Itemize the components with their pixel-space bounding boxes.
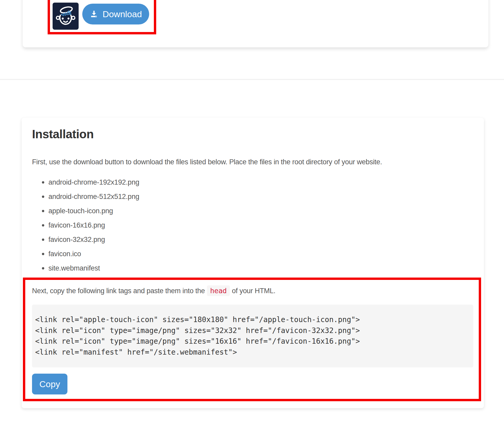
- annotation-box-download: Download: [48, 0, 156, 34]
- file-list: android-chrome-192x192.png android-chrom…: [32, 177, 139, 277]
- next-step-after: of your HTML.: [232, 287, 275, 295]
- annotation-box-copy-section: Next, copy the following link tags and p…: [23, 278, 481, 401]
- head-inline-code: head: [207, 285, 230, 296]
- download-button-label: Download: [103, 9, 142, 19]
- list-item: favicon-32x32.png: [32, 234, 139, 245]
- code-line: <link rel="icon" type="image/png" sizes=…: [35, 336, 473, 347]
- installation-title: Installation: [32, 127, 94, 141]
- list-item: android-chrome-512x512.png: [32, 191, 139, 202]
- installation-card: Installation First, use the download but…: [22, 118, 484, 408]
- list-item: favicon.ico: [32, 249, 139, 259]
- list-item: android-chrome-192x192.png: [32, 177, 139, 187]
- link-tags-code-block[interactable]: <link rel="apple-touch-icon" sizes="180x…: [32, 305, 473, 367]
- next-step-text: Next, copy the following link tags and p…: [32, 286, 275, 296]
- list-item: favicon-16x16.png: [32, 220, 139, 230]
- copy-button[interactable]: Copy: [32, 374, 67, 394]
- code-line: <link rel="apple-touch-icon" sizes="180x…: [35, 314, 473, 325]
- list-item: apple-touch-icon.png: [32, 206, 139, 216]
- download-button[interactable]: Download: [82, 4, 149, 24]
- section-divider: [0, 79, 504, 80]
- installation-intro: First, use the download button to downlo…: [32, 157, 382, 167]
- code-line: <link rel="icon" type="image/png" sizes=…: [35, 325, 473, 336]
- next-step-before: Next, copy the following link tags and p…: [32, 287, 205, 295]
- brain-pot-icon: [54, 4, 78, 28]
- download-card: Download: [23, 0, 488, 47]
- download-icon: [90, 10, 98, 18]
- list-item: site.webmanifest: [32, 263, 139, 273]
- code-line: <link rel="manifest" href="/site.webmani…: [35, 347, 473, 358]
- favicon-preview: [53, 3, 79, 30]
